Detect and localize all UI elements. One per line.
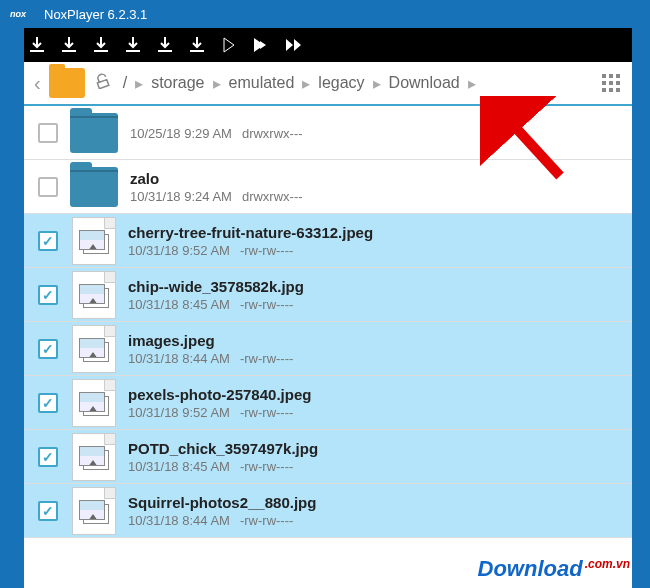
breadcrumb: / ▸ storage ▸ emulated ▸ legacy ▸ Downlo… <box>117 74 478 93</box>
file-meta: 10/31/18 8:44 AM-rw-rw---- <box>128 513 624 528</box>
checkbox[interactable] <box>38 501 58 521</box>
download-icon-3[interactable] <box>94 37 108 53</box>
file-date: 10/31/18 9:52 AM <box>128 243 230 258</box>
image-file-icon <box>72 487 116 535</box>
file-info: cherry-tree-fruit-nature-63312.jpeg10/31… <box>128 224 624 258</box>
file-perms: -rw-rw---- <box>240 459 293 474</box>
download-icon-1[interactable] <box>30 37 44 53</box>
file-row[interactable]: cherry-tree-fruit-nature-63312.jpeg10/31… <box>24 214 632 268</box>
file-date: 10/31/18 8:45 AM <box>128 459 230 474</box>
checkbox[interactable] <box>38 123 58 143</box>
emulator-toolbar <box>24 28 632 62</box>
file-name: images.jpeg <box>128 332 624 349</box>
file-meta: 10/31/18 8:45 AM-rw-rw---- <box>128 459 624 474</box>
file-date: 10/31/18 9:52 AM <box>128 405 230 420</box>
watermark-domain: .com.vn <box>585 557 630 571</box>
unlock-icon[interactable] <box>95 73 111 93</box>
folder-icon <box>70 113 118 153</box>
chevron-right-icon: ▸ <box>371 74 383 93</box>
file-row[interactable]: zalo10/31/18 9:24 AMdrwxrwx--- <box>24 160 632 214</box>
file-info: chip--wide_3578582k.jpg10/31/18 8:45 AM-… <box>128 278 624 312</box>
file-meta: 10/31/18 9:24 AMdrwxrwx--- <box>130 189 624 204</box>
file-perms: -rw-rw---- <box>240 405 293 420</box>
file-name: zalo <box>130 170 624 187</box>
file-perms: -rw-rw---- <box>240 513 293 528</box>
download-icon-5[interactable] <box>158 37 172 53</box>
chevron-right-icon: ▸ <box>466 74 478 93</box>
file-row[interactable]: POTD_chick_3597497k.jpg10/31/18 8:45 AM-… <box>24 430 632 484</box>
file-row[interactable]: 10/25/18 9:29 AMdrwxrwx--- <box>24 106 632 160</box>
file-list: 10/25/18 9:29 AMdrwxrwx---zalo10/31/18 9… <box>24 106 632 538</box>
file-row[interactable]: images.jpeg10/31/18 8:44 AM-rw-rw---- <box>24 322 632 376</box>
file-date: 10/31/18 9:24 AM <box>130 189 232 204</box>
file-meta: 10/31/18 8:44 AM-rw-rw---- <box>128 351 624 366</box>
watermark-text: Download <box>478 556 583 581</box>
image-file-icon <box>72 271 116 319</box>
chevron-right-icon: ▸ <box>133 74 145 93</box>
crumb-download[interactable]: Download <box>383 74 466 92</box>
download-icon-2[interactable] <box>62 37 76 53</box>
image-file-icon <box>72 379 116 427</box>
file-meta: 10/31/18 8:45 AM-rw-rw---- <box>128 297 624 312</box>
play-icon[interactable] <box>222 37 236 53</box>
crumb-root[interactable]: / <box>117 74 133 92</box>
file-info: images.jpeg10/31/18 8:44 AM-rw-rw---- <box>128 332 624 366</box>
file-name: chip--wide_3578582k.jpg <box>128 278 624 295</box>
checkbox[interactable] <box>38 339 58 359</box>
file-meta: 10/25/18 9:29 AMdrwxrwx--- <box>130 126 624 141</box>
grid-icon <box>602 74 620 92</box>
file-perms: drwxrwx--- <box>242 189 303 204</box>
file-info: Squirrel-photos2__880.jpg10/31/18 8:44 A… <box>128 494 624 528</box>
crumb-legacy[interactable]: legacy <box>312 74 370 92</box>
download-icon-4[interactable] <box>126 37 140 53</box>
file-manager: ‹ / ▸ storage ▸ emulated ▸ legacy ▸ Down… <box>24 62 632 588</box>
image-file-icon <box>72 325 116 373</box>
file-date: 10/31/18 8:44 AM <box>128 351 230 366</box>
image-file-icon <box>72 217 116 265</box>
home-folder-icon[interactable] <box>49 68 85 98</box>
checkbox[interactable] <box>38 177 58 197</box>
file-row[interactable]: pexels-photo-257840.jpeg10/31/18 9:52 AM… <box>24 376 632 430</box>
image-file-icon <box>72 433 116 481</box>
file-name: POTD_chick_3597497k.jpg <box>128 440 624 457</box>
file-row[interactable]: Squirrel-photos2__880.jpg10/31/18 8:44 A… <box>24 484 632 538</box>
checkbox[interactable] <box>38 393 58 413</box>
chevron-right-icon: ▸ <box>300 74 312 93</box>
file-date: 10/31/18 8:45 AM <box>128 297 230 312</box>
svg-text:nox: nox <box>10 9 27 19</box>
file-name: cherry-tree-fruit-nature-63312.jpeg <box>128 224 624 241</box>
file-info: pexels-photo-257840.jpeg10/31/18 9:52 AM… <box>128 386 624 420</box>
file-perms: -rw-rw---- <box>240 351 293 366</box>
file-name: Squirrel-photos2__880.jpg <box>128 494 624 511</box>
file-info: zalo10/31/18 9:24 AMdrwxrwx--- <box>130 170 624 204</box>
menu-button[interactable] <box>602 74 620 92</box>
checkbox[interactable] <box>38 231 58 251</box>
checkbox[interactable] <box>38 447 58 467</box>
file-date: 10/31/18 8:44 AM <box>128 513 230 528</box>
file-perms: -rw-rw---- <box>240 297 293 312</box>
file-info: POTD_chick_3597497k.jpg10/31/18 8:45 AM-… <box>128 440 624 474</box>
file-info: 10/25/18 9:29 AMdrwxrwx--- <box>130 124 624 141</box>
back-button[interactable]: ‹ <box>30 72 45 95</box>
chevron-right-icon: ▸ <box>211 74 223 93</box>
file-perms: drwxrwx--- <box>242 126 303 141</box>
crumb-storage[interactable]: storage <box>145 74 210 92</box>
path-bar: ‹ / ▸ storage ▸ emulated ▸ legacy ▸ Down… <box>24 62 632 106</box>
watermark: Download.com.vn <box>478 556 630 582</box>
crumb-emulated[interactable]: emulated <box>223 74 301 92</box>
fast-forward-icon[interactable] <box>286 38 302 52</box>
download-icon-6[interactable] <box>190 37 204 53</box>
file-meta: 10/31/18 9:52 AM-rw-rw---- <box>128 243 624 258</box>
file-meta: 10/31/18 9:52 AM-rw-rw---- <box>128 405 624 420</box>
checkbox[interactable] <box>38 285 58 305</box>
file-date: 10/25/18 9:29 AM <box>130 126 232 141</box>
nox-logo: nox <box>10 7 36 21</box>
file-name: pexels-photo-257840.jpeg <box>128 386 624 403</box>
file-perms: -rw-rw---- <box>240 243 293 258</box>
file-row[interactable]: chip--wide_3578582k.jpg10/31/18 8:45 AM-… <box>24 268 632 322</box>
window-title: NoxPlayer 6.2.3.1 <box>44 7 147 22</box>
title-bar: nox NoxPlayer 6.2.3.1 <box>0 0 650 28</box>
folder-icon <box>70 167 118 207</box>
play-opaque-icon[interactable] <box>254 37 268 53</box>
